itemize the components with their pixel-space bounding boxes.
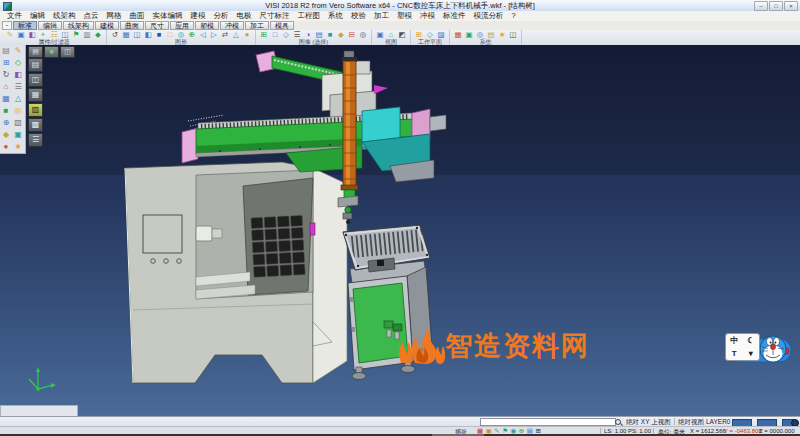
minimize-button[interactable]: – bbox=[754, 1, 768, 11]
workplane-xy-icon[interactable]: ⊞ bbox=[414, 30, 424, 39]
iso-view-icon[interactable]: ◩ bbox=[397, 30, 407, 39]
circle-icon[interactable]: ◎ bbox=[12, 105, 24, 117]
color-attributes-icon[interactable]: ▣ bbox=[16, 30, 26, 39]
diamond-icon[interactable]: ◆ bbox=[0, 129, 12, 141]
settings-icon[interactable]: ▦ bbox=[453, 30, 463, 39]
grid-filter-icon[interactable]: ▥ bbox=[82, 30, 92, 39]
menu-item-12[interactable]: 工程图 bbox=[294, 11, 325, 21]
add-filter-icon[interactable]: + bbox=[38, 30, 48, 39]
ribbon-tab-2[interactable]: 编辑 bbox=[38, 21, 62, 30]
menu-item-18[interactable]: 标准件 bbox=[439, 11, 470, 21]
quick-search-input[interactable] bbox=[480, 418, 616, 426]
layer-filter-icon[interactable]: ◧ bbox=[27, 30, 37, 39]
workplane-view-icon[interactable]: ▨ bbox=[436, 30, 446, 39]
invert-selection-icon[interactable]: ◎ bbox=[358, 30, 368, 39]
hidden-line-icon[interactable]: ◧ bbox=[143, 30, 153, 39]
section-mode-icon[interactable]: ▩ bbox=[28, 118, 43, 132]
list-filter-icon[interactable]: ☷ bbox=[49, 30, 59, 39]
active-layer-label[interactable]: LAYER0 bbox=[706, 418, 730, 425]
menu-item-15[interactable]: 加工 bbox=[370, 11, 393, 21]
ime-key-2[interactable]: ☾ bbox=[743, 334, 760, 347]
sphere-icon[interactable]: ● bbox=[0, 141, 12, 153]
hatch-icon[interactable]: ▧ bbox=[12, 117, 24, 129]
redraw-icon[interactable]: ↺ bbox=[110, 30, 120, 39]
menu-item-7[interactable]: 实体编辑 bbox=[149, 11, 187, 21]
star-icon[interactable]: ★ bbox=[12, 141, 24, 153]
workplane-align-icon[interactable]: ◇ bbox=[425, 30, 435, 39]
menu-item-17[interactable]: 冲模 bbox=[416, 11, 439, 21]
wireframe-view-icon[interactable]: ▦ bbox=[121, 30, 131, 39]
select-all-icon[interactable]: ⊞ bbox=[259, 30, 269, 39]
view-manager-icon[interactable]: ▣ bbox=[375, 30, 385, 39]
menu-item-5[interactable]: 网格 bbox=[103, 11, 126, 21]
help-system-icon[interactable]: ◎ bbox=[475, 30, 485, 39]
pan-view-icon[interactable]: ⇄ bbox=[220, 30, 230, 39]
plane-icon[interactable]: ▣ bbox=[12, 129, 24, 141]
menu-item-13[interactable]: 系统 bbox=[324, 11, 347, 21]
zoom-window-icon[interactable]: ■ bbox=[154, 30, 164, 39]
dynamic-rotate-icon[interactable]: ◎ bbox=[176, 30, 186, 39]
select-face-icon[interactable]: ◆ bbox=[336, 30, 346, 39]
close-button[interactable]: × bbox=[784, 1, 798, 11]
mesh-icon[interactable]: ▦ bbox=[0, 93, 12, 105]
ribbon-tab-8[interactable]: 塑模 bbox=[195, 21, 219, 30]
select-layer-icon[interactable]: ▤ bbox=[314, 30, 324, 39]
list-icon[interactable]: ☰ bbox=[12, 81, 24, 93]
file-new-icon[interactable]: ▤ bbox=[0, 45, 12, 57]
select-color-icon[interactable]: ◑ bbox=[303, 30, 313, 39]
section-view-icon[interactable]: △ bbox=[231, 30, 241, 39]
shaded-mode-icon[interactable]: ◫ bbox=[28, 73, 43, 87]
ribbon-tab-5[interactable]: 曲面 bbox=[120, 21, 144, 30]
menu-item-4[interactable]: 点云 bbox=[80, 11, 103, 21]
zoom-extents-icon[interactable]: □ bbox=[165, 30, 175, 39]
menu-item-3[interactable]: 线架构 bbox=[49, 11, 80, 21]
deselect-icon[interactable]: ⊟ bbox=[347, 30, 357, 39]
menu-item-10[interactable]: 电极 bbox=[233, 11, 256, 21]
previous-view-icon[interactable]: ◁ bbox=[198, 30, 208, 39]
shaded-view-icon[interactable]: ◫ bbox=[132, 30, 142, 39]
display-list-icon[interactable]: ☰ bbox=[28, 133, 43, 147]
ribbon-tab-9[interactable]: 冲模 bbox=[220, 21, 244, 30]
light-icon[interactable]: ● bbox=[242, 30, 252, 39]
favorites-icon[interactable]: ★ bbox=[497, 30, 507, 39]
options-icon[interactable]: ▣ bbox=[464, 30, 474, 39]
search-icon[interactable] bbox=[615, 419, 621, 425]
home-icon[interactable]: ⌂ bbox=[0, 81, 12, 93]
menu-item-2[interactable]: 编辑 bbox=[26, 11, 49, 21]
boolean-add-icon[interactable]: ⊕ bbox=[0, 117, 12, 129]
element-filter-icon[interactable]: ◫ bbox=[60, 30, 70, 39]
ribbon-collapse-button[interactable]: - bbox=[2, 21, 12, 30]
select-list-icon[interactable]: ☰ bbox=[292, 30, 302, 39]
ribbon-tab-11[interactable]: 模具 bbox=[270, 21, 294, 30]
flag-filter-icon[interactable]: ⚑ bbox=[71, 30, 81, 39]
menu-item-6[interactable]: 曲面 bbox=[126, 11, 149, 21]
sketch-icon[interactable]: ✎ bbox=[12, 45, 24, 57]
ribbon-tab-7[interactable]: 应用 bbox=[170, 21, 194, 30]
menu-item-11[interactable]: 尺寸标注 bbox=[256, 11, 294, 21]
ime-keys[interactable]: 中☾T▾ bbox=[725, 333, 760, 361]
menu-item-16[interactable]: 塑模 bbox=[393, 11, 416, 21]
ribbon-tab-3[interactable]: 线架构 bbox=[63, 21, 94, 30]
home-view-icon[interactable]: ⌂ bbox=[386, 30, 396, 39]
half-section-icon[interactable]: ◧ bbox=[12, 69, 24, 81]
maximize-button[interactable]: □ bbox=[769, 1, 783, 11]
ime-key-1[interactable]: 中 bbox=[726, 334, 743, 347]
menu-item-9[interactable]: 分析 bbox=[210, 11, 233, 21]
wireframe-mode-icon[interactable]: ▤ bbox=[28, 58, 43, 72]
pencil-edit-icon[interactable]: ✎ bbox=[5, 30, 15, 39]
select-solid-icon[interactable]: ■ bbox=[325, 30, 335, 39]
select-polygon-icon[interactable]: ◇ bbox=[281, 30, 291, 39]
table-icon[interactable]: ▤ bbox=[486, 30, 496, 39]
next-view-icon[interactable]: ▷ bbox=[209, 30, 219, 39]
ribbon-tab-4[interactable]: 建模 bbox=[95, 21, 119, 30]
menu-item-8[interactable]: 建模 bbox=[187, 11, 210, 21]
grid-icon[interactable]: ⊞ bbox=[0, 57, 12, 69]
ribbon-tab-6[interactable]: 尺寸 bbox=[145, 21, 169, 30]
select-window-icon[interactable]: □ bbox=[270, 30, 280, 39]
point-icon[interactable]: ◇ bbox=[12, 57, 24, 69]
tree-browser-icon[interactable]: ▤ bbox=[28, 46, 43, 58]
menu-item-20[interactable]: ? bbox=[508, 11, 520, 21]
solid-icon[interactable]: ■ bbox=[0, 105, 12, 117]
ime-key-3[interactable]: T bbox=[726, 347, 743, 360]
model-compare-icon[interactable]: ■ bbox=[44, 46, 59, 58]
